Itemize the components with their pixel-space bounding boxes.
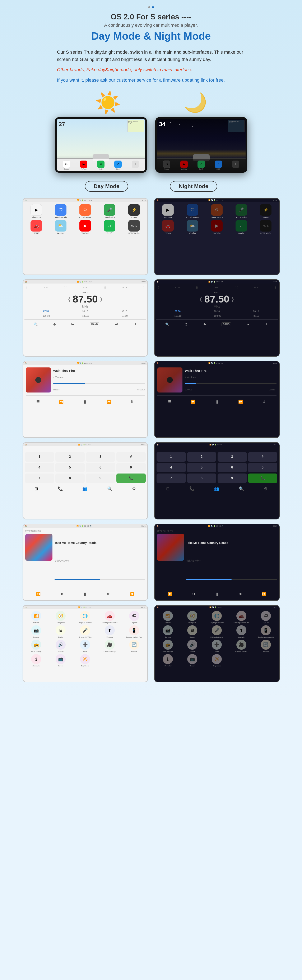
eq2-icon-n[interactable]: 🎚 — [265, 322, 268, 326]
play-pause-icon[interactable]: ⏸ — [83, 399, 87, 405]
eq-icon[interactable]: ⊙ — [53, 322, 56, 326]
day-app-add[interactable]: + — [132, 161, 139, 170]
s-more-day[interactable]: ➕ More — [74, 640, 97, 652]
dialer-search-icon-n[interactable]: 🔍 — [239, 486, 244, 491]
key-5[interactable]: 5 — [55, 463, 85, 472]
s-screen-night[interactable]: 📺 Screen — [181, 654, 204, 667]
app-youtube-day[interactable]: ▶ YouTube — [77, 220, 93, 234]
dialer-settings-icon[interactable]: ⚙ — [132, 486, 136, 491]
fast-fwd-icon-n[interactable]: ⏩ — [238, 399, 243, 405]
key-0-n[interactable]: 0 — [248, 463, 277, 472]
playlist-icon[interactable]: ☰ — [36, 399, 40, 405]
bt-prev-icon[interactable]: ⏮ — [60, 592, 64, 597]
rewind-icon-n[interactable]: ⏪ — [190, 399, 195, 405]
next-icon-n[interactable]: ⏭ — [246, 322, 250, 326]
app-torque-day[interactable]: ⚡ Torque — [126, 204, 142, 218]
s-display-night[interactable]: 🖥 Display — [181, 625, 204, 638]
eq2-icon[interactable]: 🎚 — [133, 322, 137, 326]
app-service-night[interactable]: ⚙ Toppal Service — [208, 204, 225, 218]
bt-fwd-icon-n[interactable]: ⏩ — [262, 592, 266, 597]
search-icon-n[interactable]: 🔍 — [165, 322, 169, 326]
key-1[interactable]: 1 — [25, 452, 54, 461]
key-2[interactable]: 2 — [55, 452, 85, 461]
s-bright-night[interactable]: 🔆 Brightness — [205, 654, 228, 667]
app-here-night[interactable]: HERE HERE WeGo — [257, 220, 274, 234]
dialer-apps-icon-n[interactable]: ⊞ — [166, 486, 170, 491]
key-9-n[interactable]: 9 — [217, 474, 247, 483]
s-carplay-day[interactable]: 📱 Carplay/ Android Auto — [123, 625, 145, 638]
dialer-phone-icon[interactable]: 📞 — [58, 486, 63, 491]
fast-fwd-icon[interactable]: ⏩ — [107, 399, 111, 405]
app-spotify-day[interactable]: ♫ Spotify — [101, 220, 118, 234]
freq-back-day[interactable]: 《 — [66, 296, 70, 303]
key-7-n[interactable]: 7 — [157, 474, 186, 483]
s-logo-night[interactable]: 🏷 Logo set — [254, 611, 277, 624]
key-6-n[interactable]: 6 — [217, 463, 247, 472]
freq-fwd-day[interactable]: 》 — [100, 296, 105, 303]
dialer-apps-icon[interactable]: ⊞ — [35, 486, 38, 491]
key-call-n[interactable]: 📞 — [248, 474, 277, 483]
prev-icon[interactable]: ⏮ — [71, 322, 75, 326]
s-restore-night[interactable]: 🔄 Restore — [254, 640, 277, 652]
key-6[interactable]: 6 — [86, 463, 115, 472]
s-nav-night[interactable]: 🧭 Navigation — [181, 611, 204, 624]
s-cam-night[interactable]: 📷 Camera — [157, 625, 179, 638]
freq-back-night[interactable]: 《 — [197, 296, 202, 303]
s-carplay-night[interactable]: 📱 Carplay/ Android Auto — [254, 625, 277, 638]
app-torque-night[interactable]: ⚡ Torque — [257, 204, 274, 218]
night-app-add[interactable]: + — [232, 161, 239, 170]
dialer-settings-icon-n[interactable]: ⚙ — [264, 486, 267, 491]
rewind-icon[interactable]: ⏪ — [59, 399, 64, 405]
s-info-night[interactable]: ℹ Information — [157, 654, 179, 667]
s-radio-day[interactable]: 📻 Radio settings — [25, 640, 48, 652]
key-7[interactable]: 7 — [25, 474, 54, 483]
app-voice-night[interactable]: 🎤 Toppal Voice — [233, 204, 249, 218]
bt-prev-icon-n[interactable]: ⏮ — [192, 592, 195, 597]
app-tpms-day[interactable]: 🚗 TPMS — [28, 220, 45, 234]
app-weather-night[interactable]: ⛅ Weather — [184, 220, 201, 234]
s-screen-day[interactable]: 📺 Screen — [50, 654, 72, 667]
s-vol-night[interactable]: 🔊 Volume — [181, 640, 204, 652]
key-4-n[interactable]: 4 — [157, 463, 186, 472]
dialer-contacts-icon-n[interactable]: 👥 — [214, 486, 219, 491]
app-service-day[interactable]: ⚙ Toppal Service — [77, 204, 93, 218]
s-voice-night[interactable]: 🎤 Driving Set Voice — [205, 625, 228, 638]
app-voice-day[interactable]: 🎤 Toppal Voice — [101, 204, 118, 218]
s-cams-night[interactable]: 🎥 Camera settings — [230, 640, 252, 652]
key-hash-n[interactable]: # — [248, 452, 277, 461]
s-steer-day[interactable]: 🚗 Steering wheel audio — [98, 611, 121, 624]
s-network-night[interactable]: 📶 Network — [157, 611, 179, 624]
key-call[interactable]: 📞 — [117, 474, 146, 483]
dialer-search-icon[interactable]: 🔍 — [107, 486, 112, 491]
prev-icon-n[interactable]: ⏮ — [203, 322, 206, 326]
s-steer-night[interactable]: 🚗 Steering wheel audio — [230, 611, 252, 624]
key-8[interactable]: 8 — [55, 474, 85, 483]
key-2-n[interactable]: 2 — [187, 452, 216, 461]
s-restore-day[interactable]: 🔄 Restore — [123, 640, 145, 652]
s-logo-day[interactable]: 🏷 Logo set — [123, 611, 145, 624]
app-spotify-night[interactable]: ♫ Spotify — [233, 220, 249, 234]
app-security-day[interactable]: 🛡 Toppal Security — [53, 204, 69, 218]
dialer-contacts-icon[interactable]: 👥 — [82, 486, 88, 491]
app-playstore-night[interactable]: ▶ Play Store — [160, 204, 176, 218]
key-9[interactable]: 9 — [86, 474, 115, 483]
app-youtube-night[interactable]: ▶ YouTube — [208, 220, 225, 234]
s-bright-day[interactable]: 🔆 Brightness — [74, 654, 97, 667]
s-more-night[interactable]: ➕ More — [205, 640, 228, 652]
key-5-n[interactable]: 5 — [187, 463, 216, 472]
key-3-n[interactable]: 3 — [217, 452, 247, 461]
freq-fwd-night[interactable]: 》 — [232, 296, 236, 303]
band-btn-day[interactable]: BAND — [90, 322, 99, 326]
app-weather-day[interactable]: ⛅ Weather — [53, 220, 69, 234]
s-lang-day[interactable]: 🌐 Language selection — [74, 611, 97, 624]
key-3[interactable]: 3 — [86, 452, 115, 461]
play-pause-icon-n[interactable]: ⏸ — [214, 399, 219, 405]
s-vol-day[interactable]: 🔊 Volume — [50, 640, 72, 652]
playlist-icon-n[interactable]: ☰ — [168, 399, 171, 405]
s-cam-day[interactable]: 📷 Camera — [25, 625, 48, 638]
key-hash[interactable]: # — [117, 452, 146, 461]
next-icon[interactable]: ⏭ — [115, 322, 118, 326]
s-info-day[interactable]: ℹ Information — [25, 654, 48, 667]
eq-icon-music-n[interactable]: 🎚 — [262, 399, 266, 405]
bt-play-icon-n[interactable]: ⏸ — [214, 592, 219, 597]
